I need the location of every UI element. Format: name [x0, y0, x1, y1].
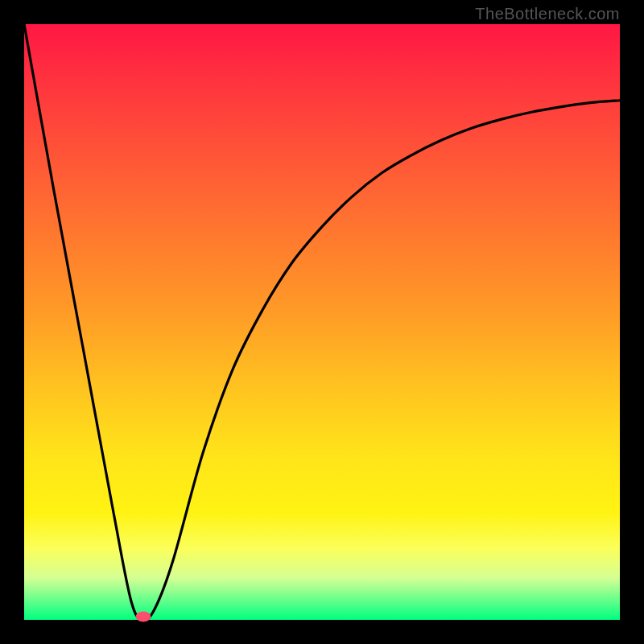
curve-svg: [24, 24, 620, 620]
minimum-marker: [136, 612, 151, 621]
watermark-text: TheBottleneck.com: [475, 5, 620, 23]
chart-frame: TheBottleneck.com: [0, 0, 644, 644]
plot-area: [24, 24, 620, 620]
bottleneck-curve: [24, 24, 620, 620]
